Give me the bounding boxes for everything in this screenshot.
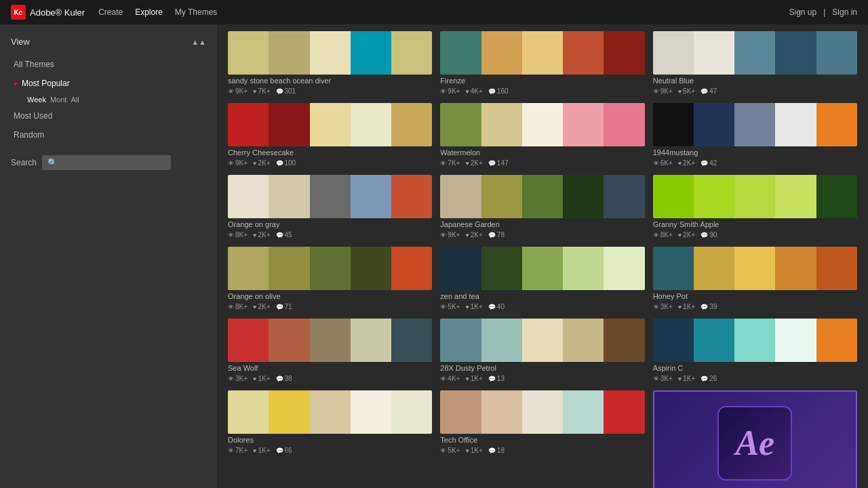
heart-stat-icon: ♥ xyxy=(465,447,469,454)
views-stat: 👁 7K+ xyxy=(440,159,460,167)
swatch xyxy=(563,103,604,146)
eye-icon: 👁 xyxy=(440,232,446,239)
heart-stat-icon: ♥ xyxy=(465,160,469,167)
theme-meta: 👁 5K+ ♥ 1K+ 💬 18 xyxy=(440,447,644,454)
heart-stat-icon: ♥ xyxy=(253,304,256,310)
heart-stat-icon: ♥ xyxy=(253,88,256,95)
theme-card-tech-office[interactable]: Tech Office 👁 5K+ ♥ 1K+ 💬 18 xyxy=(440,390,644,488)
theme-card-japanese-garden[interactable]: Japanese Garden 👁 9K+ ♥ 2K+ 💬 78 xyxy=(440,175,644,239)
swatch xyxy=(694,247,734,290)
views-stat: 👁 5K+ xyxy=(440,447,460,454)
theme-card-sea-wolf[interactable]: Sea Wolf 👁 3K+ ♥ 1K+ 💬 38 xyxy=(228,319,432,382)
theme-card-orange-on-gray[interactable]: Orange on gray 👁 8K+ ♥ 2K+ 💬 45 xyxy=(228,175,432,239)
heart-stat-icon: ♥ xyxy=(678,304,682,310)
sidebar-item-most-used[interactable]: Most Used xyxy=(0,106,217,125)
theme-meta: 👁 3K+ ♥ 1K+ 💬 26 xyxy=(653,375,857,382)
eye-icon: 👁 xyxy=(228,375,234,382)
likes-stat: ♥ 2K+ xyxy=(465,159,482,167)
swatch xyxy=(228,31,269,75)
theme-card-dolores[interactable]: Dolores 👁 7K+ ♥ 1K+ 💬 66 xyxy=(228,390,432,488)
swatch xyxy=(775,247,816,290)
theme-name: Aspirin C xyxy=(653,364,857,372)
heart-icon: ♥ xyxy=(14,80,18,87)
theme-card-ae-card[interactable]: Ae xyxy=(653,390,857,488)
swatch xyxy=(269,319,309,362)
theme-meta: 👁 8K+ ♥ 2K+ 💬 71 xyxy=(228,303,432,310)
swatch xyxy=(522,319,563,362)
likes-count: 2K+ xyxy=(258,159,270,167)
filter-month[interactable]: Mont xyxy=(50,96,66,104)
swatch xyxy=(440,103,481,146)
sign-in-link[interactable]: Sign in xyxy=(832,7,857,17)
swatch xyxy=(440,31,481,75)
likes-stat: ♥ 1K+ xyxy=(465,447,482,454)
comments-count: 78 xyxy=(497,231,505,239)
sidebar-item-most-popular[interactable]: ♥ Most Popular xyxy=(0,74,217,93)
theme-card-cherry-cheesecake[interactable]: Cherry Cheesecake 👁 9K+ ♥ 2K+ 💬 100 xyxy=(228,103,432,167)
theme-card-orange-on-olive[interactable]: Orange on olive 👁 8K+ ♥ 2K+ 💬 71 xyxy=(228,247,432,310)
theme-card-watermelon[interactable]: Watermelon 👁 7K+ ♥ 2K+ 💬 147 xyxy=(440,103,644,167)
theme-card-firenze[interactable]: Firenze 👁 9K+ ♥ 4K+ 💬 160 xyxy=(440,31,644,95)
views-stat: 👁 9K+ xyxy=(440,87,460,95)
likes-stat: ♥ 2K+ xyxy=(253,303,270,310)
theme-meta: 👁 3K+ ♥ 1K+ 💬 38 xyxy=(228,375,432,382)
theme-card-28x-dusty-petrol[interactable]: 28X Dusty Petrol 👁 4K+ ♥ 1K+ 💬 13 xyxy=(440,319,644,382)
sidebar-item-all-themes[interactable]: All Themes xyxy=(0,55,217,74)
sign-up-link[interactable]: Sign up xyxy=(789,7,816,17)
swatch xyxy=(481,390,522,434)
likes-stat: ♥ 2K+ xyxy=(465,231,482,239)
heart-stat-icon: ♥ xyxy=(678,232,682,239)
theme-card-sandy-stone[interactable]: sandy stone beach ocean diver 👁 9K+ ♥ 7K… xyxy=(228,31,432,95)
heart-stat-icon: ♥ xyxy=(253,232,256,239)
comments-stat: 💬 71 xyxy=(276,303,292,310)
theme-card-1944mustang[interactable]: 1944mustang 👁 6K+ ♥ 2K+ 💬 42 xyxy=(653,103,857,167)
comment-icon: 💬 xyxy=(488,88,496,95)
nav-create[interactable]: Create xyxy=(98,7,123,17)
theme-card-aspirin-c[interactable]: Aspirin C 👁 3K+ ♥ 1K+ 💬 26 xyxy=(653,319,857,382)
theme-swatches xyxy=(228,103,432,146)
search-input[interactable] xyxy=(42,155,171,170)
theme-name: Firenze xyxy=(440,77,644,85)
collapse-icon[interactable]: ▲▲ xyxy=(191,38,206,46)
eye-icon: 👁 xyxy=(228,447,234,454)
theme-card-granny-smith-apple[interactable]: Granny Smith Apple 👁 8K+ ♥ 2K+ 💬 90 xyxy=(653,175,857,239)
swatch xyxy=(604,319,644,362)
nav-mythemes[interactable]: My Themes xyxy=(175,7,217,17)
views-stat: 👁 8K+ xyxy=(228,231,248,239)
swatch xyxy=(604,390,644,434)
comment-icon: 💬 xyxy=(488,160,496,167)
filter-week[interactable]: Week xyxy=(27,96,46,104)
swatch xyxy=(391,175,432,218)
comments-stat: 💬 160 xyxy=(488,87,509,95)
swatch xyxy=(734,31,775,75)
sidebar-item-random[interactable]: Random xyxy=(0,125,217,144)
swatch xyxy=(522,390,563,434)
swatch xyxy=(351,175,391,218)
swatch xyxy=(816,175,857,218)
swatch xyxy=(604,175,644,218)
views-stat: 👁 7K+ xyxy=(228,447,248,454)
theme-card-honey-pot[interactable]: Honey Pot 👁 3K+ ♥ 1K+ 💬 39 xyxy=(653,247,857,310)
comment-icon: 💬 xyxy=(276,88,283,95)
comment-icon: 💬 xyxy=(276,304,283,310)
theme-meta: 👁 8K+ ♥ 2K+ 💬 45 xyxy=(228,231,432,239)
theme-card-zen-and-tea[interactable]: zen and tea 👁 5K+ ♥ 1K+ 💬 40 xyxy=(440,247,644,310)
swatch xyxy=(481,175,522,218)
nav-explore[interactable]: Explore xyxy=(135,7,163,17)
filter-all[interactable]: All xyxy=(71,96,79,104)
likes-count: 2K+ xyxy=(683,231,695,239)
theme-name: 28X Dusty Petrol xyxy=(440,364,644,372)
likes-stat: ♥ 1K+ xyxy=(678,375,695,382)
theme-swatches xyxy=(653,247,857,290)
comments-count: 47 xyxy=(709,87,717,95)
swatch xyxy=(522,31,563,75)
comments-count: 100 xyxy=(285,159,296,167)
comments-stat: 💬 301 xyxy=(276,87,296,95)
swatch xyxy=(391,390,432,434)
swatch xyxy=(310,175,351,218)
swatch xyxy=(440,175,481,218)
comments-stat: 💬 13 xyxy=(488,375,505,382)
theme-card-neutral-blue[interactable]: Neutral Blue 👁 9K+ ♥ 5K+ 💬 47 xyxy=(653,31,857,95)
comments-count: 71 xyxy=(285,303,292,310)
swatch xyxy=(481,247,522,290)
